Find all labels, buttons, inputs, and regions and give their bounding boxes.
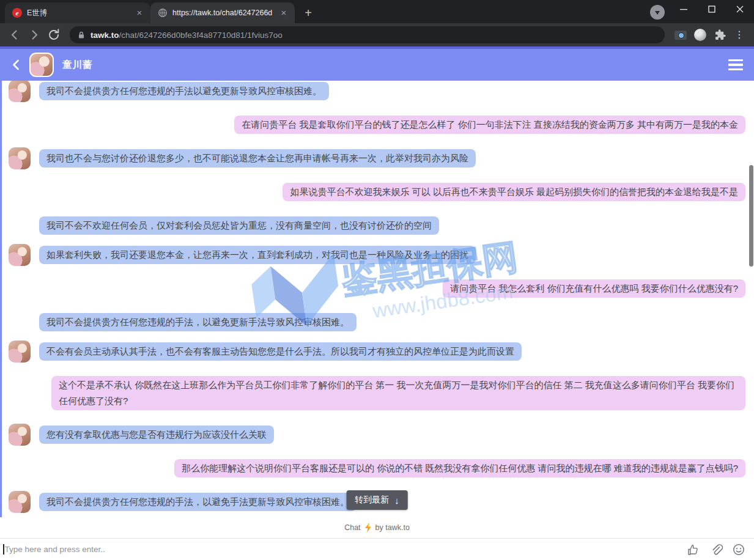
visitor-message-row: 那么你能理解这个说明你们平台客服还是可以的 你说的不错 既然我没有拿你们任何优惠…: [9, 459, 745, 477]
down-arrow-icon: ↓: [394, 495, 399, 506]
agent-message-row: 您有没有拿取优惠与您是否有违规行为应该没什么关联: [9, 426, 745, 444]
tab-close-icon[interactable]: ×: [135, 8, 144, 18]
browser-tab-eshibo[interactable]: e E世博 ×: [5, 2, 150, 23]
chat-menu-hamburger-icon[interactable]: [728, 59, 743, 70]
browser-window: e E世博 × https://tawk.to/chat/6247266d × …: [0, 0, 754, 560]
scrollbar-thumb[interactable]: [749, 165, 753, 267]
agent-avatar: [9, 341, 31, 363]
message-list: 我司不会提供贵方任何您违规的手法以避免更新导致风控审核困难。在请问贵平台 我是套…: [0, 82, 754, 511]
tab-close-icon[interactable]: ×: [279, 8, 289, 18]
text-caret: [3, 544, 4, 554]
chat-message-area: 我司不会提供贵方任何您违规的手法以避免更新导致风控审核困难。在请问贵平台 我是套…: [0, 81, 754, 517]
tab-strip: e E世博 × https://tawk.to/chat/6247266d × …: [0, 0, 754, 23]
reload-button[interactable]: [45, 26, 62, 43]
tab-title: https://tawk.to/chat/6247266d: [172, 9, 274, 17]
message-bubble: 在请问贵平台 我是套取你们平台的钱了还是怎么样了 你们一句非法下注 直接冻结我的…: [234, 116, 745, 134]
extensions-puzzle-icon[interactable]: [711, 26, 728, 43]
agent-avatar: [9, 491, 31, 513]
agent-message-row: 我司不会提供贵方任何您违规的手法以避免更新导致风控审核困难。: [9, 82, 745, 100]
agent-avatar: [9, 244, 31, 266]
agent-message-row: 如果套利失败，我司还要退您本金，让您再来一次，直到套利成功，对我司也是一种风险及…: [9, 246, 745, 264]
message-bubble: 我司不会提供贵方任何您违规的手法，以避免手法更新导致风控审核困难。: [39, 493, 357, 511]
tawkto-branding[interactable]: Chat by tawk.to: [0, 517, 754, 538]
camera-icon: [675, 31, 687, 40]
agent-avatar: [9, 147, 31, 169]
eshibo-favicon-icon: e: [12, 8, 22, 18]
agent-message-row: 我司不会提供贵方任何您违规的手法，以避免更新手法导致风控审核困难。: [9, 313, 745, 331]
address-bar[interactable]: tawk.to/chat/6247266d0bfe3f4a87710d81/1f…: [70, 26, 665, 43]
chat-header: 童川蔷: [0, 49, 754, 81]
message-bubble: 我司也不会与您讨价还价退您多少，也不可能说退您本金让您再申请帐号再来一次，此举对…: [39, 149, 476, 168]
browser-toolbar: tawk.to/chat/6247266d0bfe3f4a87710d81/1f…: [0, 23, 754, 46]
thumbs-up-icon[interactable]: [687, 543, 700, 556]
agent-message-row: 不会有会员主动承认其手法，也不会有客服主动告知您您是什么手法。所以我司才有独立的…: [9, 342, 745, 361]
tab-title: E世博: [27, 8, 130, 18]
globe-favicon-icon: [158, 8, 168, 18]
camera-extension-icon[interactable]: [672, 26, 689, 43]
input-actions: [687, 543, 745, 556]
lock-icon: [77, 31, 86, 39]
attachment-paperclip-icon[interactable]: [709, 543, 723, 556]
new-tab-button[interactable]: +: [300, 4, 317, 21]
chevron-down-icon: [655, 11, 660, 15]
chat-input-bar: [0, 538, 754, 560]
agent-avatar: [9, 81, 31, 102]
back-button[interactable]: [6, 26, 23, 43]
agent-message-row: 我司不会不欢迎任何会员，仅对套利会员惩处皆为重惩，没有商量空间，也没有讨价还价的…: [9, 216, 745, 235]
forward-button[interactable]: [26, 26, 43, 43]
visitor-message-row: 请问贵平台 我怎么套利 你们充值有什么优惠吗 我要你们什么优惠没有?: [9, 279, 745, 298]
message-bubble: 那么你能理解这个说明你们平台客服还是可以的 你说的不错 既然我没有拿你们任何优惠…: [174, 459, 745, 477]
jump-to-latest-button[interactable]: 转到最新 ↓: [346, 490, 408, 510]
globe-icon: [694, 29, 706, 41]
tab-search-button[interactable]: [650, 5, 665, 20]
message-bubble: 这个不是承不承认 你既然在这上班那么作为平台员工你们非常了解你们的平台 第一 我…: [51, 376, 745, 410]
back-chevron-icon[interactable]: [11, 59, 21, 71]
chat-input[interactable]: [5, 545, 680, 554]
message-bubble: 请问贵平台 我怎么套利 你们充值有什么优惠吗 我要你们什么优惠没有?: [443, 279, 745, 298]
message-bubble: 如果说贵平台不欢迎我来娱乐 可以 以后再也不来贵平台娱乐 最起码别损失你们的信誉…: [283, 183, 745, 201]
message-bubble: 如果套利失败，我司还要退您本金，让您再来一次，直到套利成功，对我司也是一种风险及…: [39, 246, 476, 264]
agent-avatar: [29, 53, 54, 77]
minimize-button[interactable]: [670, 0, 698, 18]
window-controls: [670, 0, 754, 18]
agent-avatar: [9, 424, 31, 446]
url-text: tawk.to/chat/6247266d0bfe3f4a87710d81/1f…: [91, 31, 283, 40]
visitor-message-row: 这个不是承不承认 你既然在这上班那么作为平台员工你们非常了解你们的平台 第一 我…: [9, 376, 745, 410]
agent-message-row: 我司也不会与您讨价还价退您多少，也不可能说退您本金让您再申请帐号再来一次，此举对…: [9, 149, 745, 168]
browser-menu-kebab-icon[interactable]: ⋮: [731, 26, 748, 43]
message-bubble: 我司不会提供贵方任何您违规的手法以避免更新导致风控审核困难。: [39, 82, 329, 100]
message-bubble: 不会有会员主动承认其手法，也不会有客服主动告知您您是什么手法。所以我司才有独立的…: [39, 342, 522, 361]
browser-tab-tawkto[interactable]: https://tawk.to/chat/6247266d ×: [150, 2, 295, 23]
close-button[interactable]: [726, 0, 754, 18]
visitor-message-row: 如果说贵平台不欢迎我来娱乐 可以 以后再也不来贵平台娱乐 最起码别损失你们的信誉…: [9, 183, 745, 201]
globe-extension-icon[interactable]: [692, 26, 709, 43]
agent-name: 童川蔷: [62, 59, 93, 72]
message-bubble: 我司不会不欢迎任何会员，仅对套利会员惩处皆为重惩，没有商量空间，也没有讨价还价的…: [39, 216, 439, 235]
maximize-button[interactable]: [698, 0, 726, 18]
lightning-bolt-icon: [364, 523, 372, 532]
message-bubble: 您有没有拿取优惠与您是否有违规行为应该没什么关联: [39, 426, 274, 444]
tawkto-chat-page: 童川蔷 我司不会提供贵方任何您违规的手法以避免更新导致风控审核困难。在请问贵平台…: [0, 46, 754, 560]
emoji-smiley-icon[interactable]: [732, 543, 745, 556]
message-bubble: 我司不会提供贵方任何您违规的手法，以避免更新手法导致风控审核困难。: [39, 313, 357, 331]
visitor-message-row: 在请问贵平台 我是套取你们平台的钱了还是怎么样了 你们一句非法下注 直接冻结我的…: [9, 116, 745, 134]
